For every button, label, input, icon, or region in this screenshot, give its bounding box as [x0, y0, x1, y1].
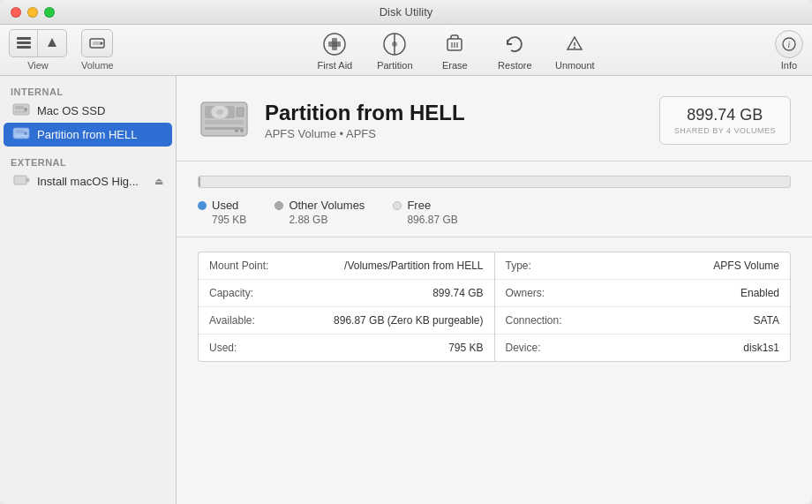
- info-value: /Volumes/Partition from HELL: [344, 260, 483, 272]
- info-key: Device:: [506, 342, 541, 354]
- sidebar-item-mac-os-ssd[interactable]: Mac OS SSD: [4, 99, 172, 123]
- svg-point-24: [24, 108, 27, 111]
- svg-rect-29: [15, 135, 27, 137]
- info-key: Capacity:: [209, 287, 253, 299]
- view-toggle-button[interactable]: [38, 30, 66, 56]
- close-button[interactable]: [11, 7, 21, 18]
- sidebar: Internal Mac OS SSD Partition from HELL …: [0, 76, 177, 504]
- info-key: Owners:: [506, 287, 545, 299]
- svg-rect-0: [17, 37, 31, 40]
- unmount-button[interactable]: Unmount: [546, 30, 603, 71]
- info-tables: Mount Point:/Volumes/Partition from HELL…: [198, 252, 791, 362]
- view-list-button[interactable]: [10, 30, 38, 56]
- free-value: 896.87 GB: [393, 214, 457, 226]
- sidebar-item-install-macos-label: Install macOS Hig...: [37, 175, 139, 188]
- table-row: Type:APFS Volume: [495, 252, 791, 280]
- minimize-button[interactable]: [27, 7, 38, 18]
- info-table-right: Type:APFS VolumeOwners:EnabledConnection…: [494, 252, 792, 362]
- storage-bar: [198, 176, 791, 188]
- unmount-label: Unmount: [555, 60, 595, 71]
- volume-size: 899.74 GB: [674, 106, 776, 124]
- toolbar-actions: First Aid Partition Erase Restore: [135, 30, 775, 71]
- info-key: Type:: [506, 260, 531, 272]
- volume-hdd-icon: [198, 94, 251, 147]
- sidebar-external-label: External: [0, 154, 176, 169]
- view-button-group: [9, 29, 67, 57]
- other-label: Other Volumes: [289, 199, 365, 212]
- svg-rect-31: [26, 178, 29, 182]
- info-value: disk1s1: [743, 342, 779, 354]
- volume-header: Partition from HELL APFS Volume • APFS 8…: [177, 76, 812, 162]
- table-row: Capacity:899.74 GB: [199, 280, 494, 307]
- svg-rect-27: [15, 130, 24, 133]
- legend-free: Free 896.87 GB: [393, 199, 457, 226]
- svg-rect-38: [205, 127, 244, 130]
- info-key: Mount Point:: [209, 260, 268, 272]
- svg-point-12: [392, 41, 397, 47]
- other-dot: [274, 201, 283, 210]
- titlebar-buttons: [11, 7, 55, 18]
- free-label: Free: [407, 199, 431, 212]
- volume-info: Partition from HELL APFS Volume • APFS: [265, 101, 659, 140]
- svg-point-36: [216, 109, 223, 115]
- svg-point-39: [240, 129, 244, 132]
- eject-icon[interactable]: ⏏: [154, 176, 163, 187]
- info-key: Used:: [209, 342, 237, 354]
- drive-icon-selected: [12, 126, 30, 143]
- storage-legend: Used 795 KB Other Volumes 2.88 GB Free: [198, 199, 791, 226]
- sidebar-item-install-macos[interactable]: Install macOS Hig... ⏏: [4, 169, 172, 193]
- table-row: Used:795 KB: [199, 335, 494, 361]
- info-value: Enabled: [741, 287, 779, 299]
- table-row: Owners:Enabled: [495, 280, 791, 307]
- table-row: Device:disk1s1: [495, 335, 791, 361]
- volume-shared-label: SHARED BY 4 VOLUMES: [674, 126, 776, 135]
- view-label: View: [27, 60, 49, 71]
- partition-label: Partition: [377, 60, 412, 71]
- info-value: 795 KB: [448, 342, 483, 354]
- first-aid-label: First Aid: [317, 60, 352, 71]
- sidebar-internal-label: Internal: [0, 83, 176, 99]
- window-title: Disk Utility: [380, 5, 433, 19]
- titlebar: Disk Utility: [0, 0, 812, 25]
- info-table-left: Mount Point:/Volumes/Partition from HELL…: [198, 252, 494, 362]
- other-value: 2.88 GB: [274, 214, 365, 226]
- info-button[interactable]: i: [775, 30, 803, 58]
- info-value: 899.74 GB: [432, 287, 483, 299]
- info-value: 896.87 GB (Zero KB purgeable): [334, 314, 483, 327]
- info-button-group: i Info: [775, 30, 803, 71]
- table-row: Connection:SATA: [495, 307, 791, 335]
- legend-other: Other Volumes 2.88 GB: [274, 199, 365, 226]
- sidebar-item-mac-os-ssd-label: Mac OS SSD: [37, 104, 105, 117]
- maximize-button[interactable]: [44, 7, 55, 18]
- svg-rect-37: [237, 108, 244, 117]
- erase-button[interactable]: Erase: [426, 30, 483, 71]
- volume-size-box: 899.74 GB SHARED BY 4 VOLUMES: [659, 96, 791, 145]
- svg-rect-23: [15, 106, 24, 109]
- svg-rect-2: [17, 46, 31, 49]
- svg-rect-30: [14, 176, 26, 184]
- volume-label: Volume: [81, 60, 114, 71]
- erase-label: Erase: [442, 60, 468, 71]
- svg-rect-9: [328, 41, 341, 47]
- svg-point-28: [24, 132, 27, 135]
- partition-button[interactable]: Partition: [366, 30, 423, 71]
- used-dot: [198, 201, 207, 210]
- restore-button[interactable]: Restore: [486, 30, 543, 71]
- restore-label: Restore: [498, 60, 532, 71]
- svg-point-6: [101, 42, 103, 45]
- drive-icon: [12, 102, 30, 119]
- svg-marker-3: [48, 38, 56, 47]
- sidebar-item-partition-hell[interactable]: Partition from HELL: [4, 123, 172, 147]
- info-value: APFS Volume: [713, 260, 779, 272]
- first-aid-button[interactable]: First Aid: [306, 30, 363, 71]
- legend-used: Used 795 KB: [198, 199, 246, 226]
- volume-button[interactable]: [81, 29, 113, 57]
- sidebar-item-partition-hell-label: Partition from HELL: [37, 128, 137, 141]
- free-dot: [393, 201, 402, 210]
- svg-rect-34: [205, 120, 244, 124]
- usb-drive-icon: [12, 173, 30, 190]
- svg-point-19: [574, 47, 575, 49]
- used-value: 795 KB: [198, 214, 246, 226]
- used-label: Used: [212, 199, 238, 212]
- table-row: Mount Point:/Volumes/Partition from HELL: [199, 252, 494, 280]
